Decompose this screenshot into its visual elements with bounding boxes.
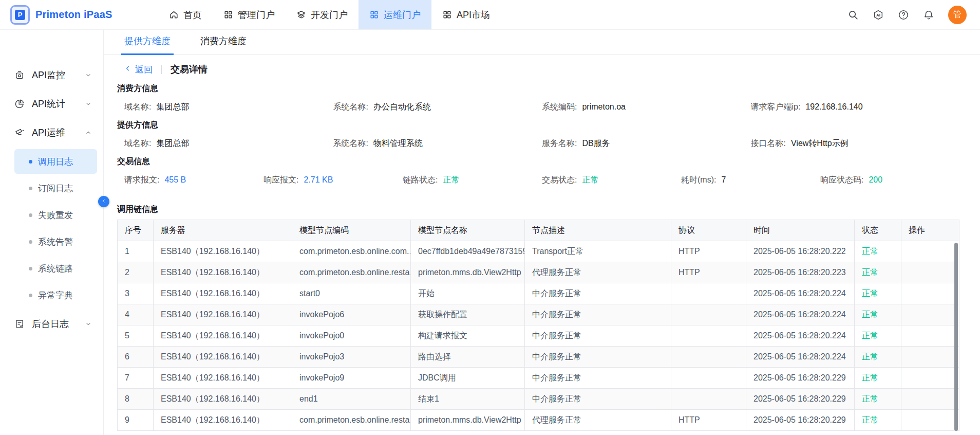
sidebar-item-订阅日志[interactable]: 订阅日志 xyxy=(14,176,97,201)
table-scrollbar[interactable] xyxy=(954,243,958,431)
table-cell: ESB140（192.168.16.140） xyxy=(154,325,292,347)
sidebar-group-label: API监控 xyxy=(32,69,65,81)
column-header[interactable]: 模型节点名称 xyxy=(411,220,525,241)
column-header[interactable]: 节点描述 xyxy=(525,220,671,241)
bullet-icon xyxy=(29,294,32,297)
column-header[interactable]: 操作 xyxy=(901,220,959,241)
field-value: 200 xyxy=(869,175,882,184)
page-title: 交易详情 xyxy=(171,63,208,76)
table-cell: 1 xyxy=(118,241,154,262)
section-heading: 交易信息 xyxy=(117,153,959,171)
nav-item[interactable]: 管理门户 xyxy=(213,0,286,29)
sidebar-item-调用日志[interactable]: 调用日志 xyxy=(14,149,97,174)
field-value: primeton.oa xyxy=(582,102,626,111)
table-row[interactable]: 3ESB140（192.168.16.140）start0开始中介服务正常202… xyxy=(118,283,959,304)
table-cell: com.primeton.esb.online.com... xyxy=(292,241,411,262)
info-field: 请求客户端ip:192.168.16.140 xyxy=(751,102,960,113)
avatar[interactable]: 管 xyxy=(948,6,967,24)
table-cell: 中介服务正常 xyxy=(525,304,671,325)
field-label: 系统编码: xyxy=(542,102,577,111)
table-row[interactable]: 7ESB140（192.168.16.140）invokePojo9JDBC调用… xyxy=(118,368,959,389)
table-row[interactable]: 9ESB140（192.168.16.140）com.primeton.esb.… xyxy=(118,410,959,431)
table-cell: 获取操作配置 xyxy=(411,304,525,325)
column-header[interactable]: 协议 xyxy=(671,220,746,241)
sidebar-group-API运维[interactable]: API运维 xyxy=(0,118,103,147)
info-field: 链路状态:正常 xyxy=(403,175,542,186)
sidebar-group-API监控[interactable]: API监控 xyxy=(0,61,103,89)
chevron-left-icon xyxy=(124,64,131,75)
section-heading: 提供方信息 xyxy=(117,116,959,134)
table-cell: 2025-06-05 16:28:20.229 xyxy=(746,410,855,431)
tab-消费方维度[interactable]: 消费方维度 xyxy=(200,35,247,55)
brand-logo-letter: P xyxy=(15,10,25,20)
document-icon xyxy=(14,319,25,329)
nav-item[interactable]: 开发门户 xyxy=(286,0,359,29)
field-label: 响应报文: xyxy=(263,175,298,184)
sidebar-item-系统告警[interactable]: 系统告警 xyxy=(14,229,97,254)
info-sections: 消费方信息域名称:集团总部系统名称:办公自动化系统系统编码:primeton.o… xyxy=(117,80,959,189)
camera-icon xyxy=(14,128,25,138)
table-row[interactable]: 8ESB140（192.168.16.140）end1结束1中介服务正常2025… xyxy=(118,389,959,410)
column-header[interactable]: 状态 xyxy=(855,220,901,241)
column-header[interactable]: 模型节点编码 xyxy=(292,220,411,241)
table-cell: 2025-06-05 16:28:20.224 xyxy=(746,325,855,347)
table-cell xyxy=(671,389,746,410)
table-cell xyxy=(901,283,959,304)
table-cell: 正常 xyxy=(855,283,901,304)
field-label: 交易状态: xyxy=(542,175,577,184)
table-cell xyxy=(671,283,746,304)
table-row[interactable]: 5ESB140（192.168.16.140）invokePojo0构建请求报文… xyxy=(118,325,959,347)
sidebar-group-API统计[interactable]: API统计 xyxy=(0,89,103,118)
table-cell: ESB140（192.168.16.140） xyxy=(154,410,292,431)
field-value: 455 B xyxy=(164,175,186,184)
notifications-icon[interactable] xyxy=(923,9,934,21)
tab-提供方维度[interactable]: 提供方维度 xyxy=(124,35,171,55)
field-label: 域名称: xyxy=(124,102,151,111)
nav-item[interactable]: 运维门户 xyxy=(359,0,431,29)
sidebar-item-系统链路[interactable]: 系统链路 xyxy=(14,256,97,281)
sidebar-group-label: API运维 xyxy=(32,126,65,139)
nav-item[interactable]: 首页 xyxy=(158,0,213,29)
table-cell: 代理服务正常 xyxy=(525,262,671,283)
back-button[interactable]: 返回 xyxy=(124,64,153,76)
sidebar-item-异常字典[interactable]: 异常字典 xyxy=(14,283,97,307)
grid-icon xyxy=(223,10,233,20)
table-row[interactable]: 1ESB140（192.168.16.140）com.primeton.esb.… xyxy=(118,241,959,262)
transaction-detail: 返回 交易详情 消费方信息域名称:集团总部系统名称:办公自动化系统系统编码:pr… xyxy=(104,55,980,435)
grid-icon xyxy=(369,10,379,20)
sidebar-collapse-toggle[interactable] xyxy=(98,196,109,207)
layers-icon xyxy=(296,10,306,20)
column-header[interactable]: 服务器 xyxy=(154,220,292,241)
field-label: 接口名称: xyxy=(751,139,786,148)
search-icon[interactable] xyxy=(847,9,859,21)
nav-item-label: 开发门户 xyxy=(311,9,348,21)
field-value: 集团总部 xyxy=(156,139,189,148)
table-cell xyxy=(671,347,746,368)
table-row[interactable]: 2ESB140（192.168.16.140）com.primeton.esb.… xyxy=(118,262,959,283)
column-header[interactable]: 时间 xyxy=(746,220,855,241)
table-cell: invokePojo0 xyxy=(292,325,411,347)
table-cell xyxy=(671,304,746,325)
info-field: 耗时(ms):7 xyxy=(681,175,820,186)
table-row[interactable]: 6ESB140（192.168.16.140）invokePojo3路由选择中介… xyxy=(118,347,959,368)
field-value: 2.71 KB xyxy=(304,175,333,184)
table-cell: 2025-06-05 16:28:20.224 xyxy=(746,283,855,304)
table-cell: 开始 xyxy=(411,283,525,304)
table-cell: invokePojo9 xyxy=(292,368,411,389)
section-heading: 消费方信息 xyxy=(117,80,959,98)
table-cell xyxy=(901,410,959,431)
sidebar-group-后台日志[interactable]: 后台日志 xyxy=(0,310,103,338)
field-value: 正常 xyxy=(582,175,598,184)
nav-item[interactable]: API市场 xyxy=(431,0,501,29)
table-cell xyxy=(901,347,959,368)
column-header[interactable]: 序号 xyxy=(118,220,154,241)
table-cell: JDBC调用 xyxy=(411,368,525,389)
brand[interactable]: P Primeton iPaaS xyxy=(10,0,143,29)
sidebar-item-失败重发[interactable]: 失败重发 xyxy=(14,203,97,227)
table-row[interactable]: 4ESB140（192.168.16.140）invokePojo6获取操作配置… xyxy=(118,304,959,325)
table-cell: 路由选择 xyxy=(411,347,525,368)
help-icon[interactable] xyxy=(898,9,909,21)
ai-assistant-icon[interactable]: AI xyxy=(873,9,884,21)
chevron-left-icon xyxy=(101,197,107,206)
field-value: 正常 xyxy=(443,175,459,184)
